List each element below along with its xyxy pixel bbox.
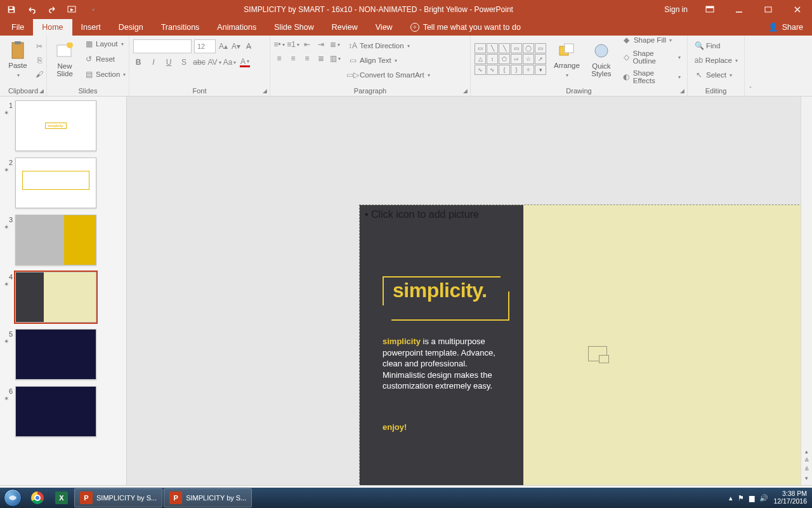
layout-button[interactable]: ▦Layout [81, 37, 128, 50]
share-label: Share [782, 23, 803, 32]
smartart-button[interactable]: ▭▷Convert to SmartArt [345, 69, 433, 81]
current-slide[interactable]: • Click icon to add picture simplicity. … [359, 204, 801, 485]
animation-star-icon: ✶ [4, 166, 13, 173]
shape-effects-button[interactable]: ◐Shape Effects [619, 68, 683, 86]
start-from-beginning-icon[interactable] [65, 2, 80, 17]
justify-icon[interactable]: ≣ [316, 53, 326, 64]
tab-design[interactable]: Design [110, 19, 152, 36]
collapse-ribbon-icon[interactable]: ˆ [745, 36, 756, 96]
bold-icon[interactable]: B [133, 57, 143, 67]
line-spacing-icon[interactable]: ≣ [330, 39, 340, 50]
tab-animations[interactable]: Animations [208, 19, 265, 36]
shape-fill-button[interactable]: ◆Shape Fill [619, 34, 683, 46]
shadow-icon[interactable]: S [179, 57, 189, 67]
picture-placeholder-icon[interactable] [588, 346, 607, 361]
reset-button[interactable]: ↺Reset [81, 53, 128, 65]
align-left-icon[interactable]: ≡ [274, 53, 284, 64]
tab-slideshow[interactable]: Slide Show [265, 19, 323, 36]
taskbar-excel[interactable]: X [50, 488, 73, 507]
font-size-input[interactable] [194, 39, 216, 53]
slide-body-text[interactable]: simplicity is a multipurpose powerpoint … [383, 336, 509, 392]
underline-icon[interactable]: U [164, 57, 174, 67]
sign-in-link[interactable]: Sign in [657, 5, 695, 14]
next-slide-icon[interactable]: ▾ [805, 475, 808, 481]
font-launcher-icon[interactable]: ◢ [261, 87, 268, 95]
thumbnail-4[interactable]: 4✶ [4, 272, 125, 323]
thumbnail-5[interactable]: 5✶ [4, 329, 125, 380]
taskbar-clock[interactable]: 3:38 PM 12/17/2016 [773, 490, 807, 505]
select-button[interactable]: ↖Select [691, 69, 740, 81]
bullets-icon[interactable]: ≡• [274, 39, 284, 50]
thumbnail-3[interactable]: 3✶ [4, 215, 125, 265]
prev-slide-icon[interactable]: ▴ [805, 448, 808, 455]
new-slide-button[interactable]: New Slide [51, 39, 79, 79]
align-text-button[interactable]: ▭Align Text [345, 54, 433, 67]
columns-icon[interactable]: ▥ [330, 53, 340, 64]
maximize-icon[interactable] [754, 0, 783, 19]
shapes-gallery[interactable]: ▭╲╲▭◯▭ △↕⬠⇨☆↗ ∿∿{}✧▾ [475, 43, 546, 75]
animation-star-icon: ✶ [4, 281, 13, 288]
tab-insert[interactable]: Insert [72, 19, 110, 36]
increase-indent-icon[interactable]: ⇥ [316, 39, 326, 50]
font-color-icon[interactable]: A [240, 57, 250, 67]
char-spacing-icon[interactable]: AV [209, 57, 219, 67]
text-direction-button[interactable]: ↕AText Direction [345, 39, 433, 52]
increase-font-icon[interactable]: A▴ [218, 41, 228, 51]
tray-showhidden-icon[interactable]: ▴ [729, 494, 733, 502]
paste-button[interactable]: Paste [4, 39, 32, 79]
italic-icon[interactable]: I [148, 57, 159, 67]
thumbnail-6[interactable]: 6✶ [4, 386, 125, 437]
arrange-icon [556, 40, 577, 60]
find-button[interactable]: 🔍Find [691, 39, 740, 52]
tray-network-icon[interactable]: ▆ [749, 494, 754, 502]
align-right-icon[interactable]: ≡ [302, 53, 312, 64]
minimize-icon[interactable] [724, 0, 754, 19]
tell-me-search[interactable]: ✧ Tell me what you want to do [402, 19, 530, 36]
change-case-icon[interactable]: Aa [225, 57, 235, 67]
font-family-input[interactable] [133, 39, 192, 53]
tray-volume-icon[interactable]: 🔊 [759, 494, 768, 502]
taskbar-chrome[interactable] [26, 488, 49, 507]
shape-outline-button[interactable]: ◇Shape Outline [619, 48, 683, 66]
strike-icon[interactable]: abc [194, 57, 204, 67]
cut-icon[interactable]: ✂ [34, 41, 44, 51]
replace-button[interactable]: abReplace [691, 54, 740, 67]
drawing-launcher-icon[interactable]: ◢ [678, 87, 686, 95]
taskbar-powerpoint-2[interactable]: PSIMPLICITY by S... [164, 488, 252, 507]
thumbnail-1[interactable]: 1✶ simplicity. [4, 100, 125, 151]
tab-transitions[interactable]: Transitions [152, 19, 209, 36]
slide-thumbnails-panel[interactable]: 1✶ simplicity. 2✶ 3✶ 4✶ 5✶ 6✶ [0, 97, 127, 485]
tab-home[interactable]: Home [33, 19, 72, 36]
decrease-indent-icon[interactable]: ⇤ [302, 39, 312, 50]
section-button[interactable]: ▤Section [81, 68, 128, 81]
thumbnail-2[interactable]: 2✶ [4, 157, 125, 208]
next-slide-double-icon[interactable]: ≚ [804, 466, 809, 472]
ribbon-display-options-icon[interactable] [695, 0, 724, 19]
format-painter-icon[interactable]: 🖌 [34, 69, 44, 79]
qat-customize-icon[interactable] [85, 2, 100, 17]
align-center-icon[interactable]: ≡ [288, 53, 298, 64]
copy-icon[interactable]: ⎘ [34, 55, 44, 65]
start-button[interactable] [0, 488, 25, 508]
quick-styles-button[interactable]: Quick Styles [587, 39, 615, 79]
decrease-font-icon[interactable]: A▾ [231, 41, 241, 51]
tray-action-center-icon[interactable]: ⚑ [738, 494, 744, 502]
tab-review[interactable]: Review [323, 19, 367, 36]
undo-icon[interactable] [24, 2, 39, 17]
clear-formatting-icon[interactable]: A̶ [244, 41, 254, 51]
numbering-icon[interactable]: ≡1 [288, 39, 298, 50]
slide-editor[interactable]: • Click icon to add picture simplicity. … [127, 97, 801, 485]
paragraph-launcher-icon[interactable]: ◢ [461, 87, 469, 95]
vertical-scrollbar[interactable]: ▴ ≙ ≚ ▾ [801, 97, 812, 485]
tab-file[interactable]: File [3, 19, 33, 36]
share-button[interactable]: 👤 Share [759, 22, 812, 36]
arrange-button[interactable]: Arrange [550, 39, 584, 79]
tab-view[interactable]: View [367, 19, 402, 36]
close-icon[interactable] [783, 0, 812, 19]
save-icon[interactable] [4, 2, 19, 17]
taskbar-powerpoint-1[interactable]: PSIMPLICITY by S... [74, 488, 162, 507]
clipboard-launcher-icon[interactable]: ◢ [37, 87, 45, 95]
prev-slide-double-icon[interactable]: ≙ [804, 457, 809, 464]
picture-placeholder-text[interactable]: • Click icon to add picture [365, 209, 479, 220]
redo-icon[interactable] [44, 2, 60, 17]
